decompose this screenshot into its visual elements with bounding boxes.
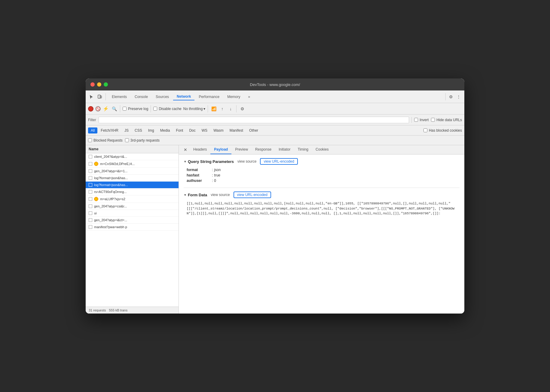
tab-payload[interactable]: Payload <box>210 145 231 154</box>
wifi-icon[interactable]: 📶 <box>210 106 217 112</box>
request-item-selected[interactable]: log?format=json&has... <box>86 182 179 188</box>
maximize-button[interactable] <box>104 82 108 87</box>
record-button[interactable] <box>88 106 93 112</box>
blocked-requests-checkbox[interactable] <box>88 138 92 142</box>
clear-button[interactable]: 🚫 <box>95 106 101 112</box>
preserve-log-checkbox[interactable] <box>123 107 127 111</box>
hide-data-urls-label[interactable]: Hide data URLs <box>431 118 462 122</box>
req-checkbox[interactable] <box>89 204 92 208</box>
type-btn-all[interactable]: All <box>88 127 97 133</box>
tab-initiator[interactable]: Initiator <box>275 145 294 154</box>
tab-timing[interactable]: Timing <box>294 145 312 154</box>
upload-icon[interactable]: ↑ <box>219 106 225 112</box>
tab-elements[interactable]: Elements <box>108 93 130 100</box>
tab-network[interactable]: Network <box>173 93 194 100</box>
query-view-url-encoded-btn[interactable]: view URL-encoded <box>260 158 298 165</box>
name-column-header: Name <box>86 145 179 153</box>
invert-label[interactable]: Invert <box>414 118 429 122</box>
type-btn-js[interactable]: JS <box>122 127 131 133</box>
tab-more[interactable]: » <box>244 93 254 100</box>
request-item[interactable]: ui <box>86 210 179 217</box>
request-item[interactable]: m=CnSW2d,DPreE,H... <box>86 160 179 168</box>
filter-label: Filter <box>88 118 96 122</box>
tab-preview[interactable]: Preview <box>231 145 252 154</box>
req-icon <box>94 197 98 201</box>
more-icon[interactable]: ⋮ <box>455 93 462 100</box>
param-val: true <box>214 173 220 177</box>
filter-icon[interactable]: ⚡ <box>102 106 109 112</box>
filter-input[interactable] <box>99 117 409 123</box>
type-btn-img[interactable]: Img <box>145 127 157 133</box>
req-checkbox[interactable] <box>89 190 92 194</box>
req-checkbox[interactable] <box>89 155 92 158</box>
type-btn-media[interactable]: Media <box>157 127 173 133</box>
req-checkbox[interactable] <box>89 218 92 222</box>
request-item[interactable]: rs=ACT90oFqOrnng... <box>86 188 179 195</box>
tab-memory[interactable]: Memory <box>224 93 244 100</box>
type-btn-fetch[interactable]: Fetch/XHR <box>98 127 121 133</box>
section-divider <box>184 188 460 188</box>
req-name: gen_204?atyp=i&ct=... <box>94 218 176 222</box>
req-checkbox[interactable] <box>89 183 92 187</box>
hide-data-urls-checkbox[interactable] <box>431 118 435 122</box>
form-view-source-btn[interactable]: view source <box>211 193 230 197</box>
tab-performance[interactable]: Performance <box>195 93 223 100</box>
req-checkbox[interactable] <box>89 211 92 215</box>
type-btn-manifest[interactable]: Manifest <box>227 127 246 133</box>
tab-console[interactable]: Console <box>131 93 151 100</box>
tab-headers[interactable]: Headers <box>190 145 210 154</box>
disable-cache-label[interactable]: Disable cache <box>153 107 181 111</box>
invert-checkbox[interactable] <box>414 118 418 122</box>
req-checkbox[interactable] <box>89 176 92 180</box>
minimize-button[interactable] <box>97 82 101 87</box>
request-list: client_204?&atyp=i&... m=CnSW2d,DPreE,H.… <box>86 153 179 307</box>
req-checkbox[interactable] <box>89 169 92 173</box>
third-party-checkbox[interactable] <box>125 138 129 142</box>
settings2-icon[interactable]: ⚙ <box>239 106 246 112</box>
has-blocked-cookies-checkbox[interactable] <box>423 128 427 132</box>
request-item[interactable]: m=aLUfP?xjs=s2 <box>86 195 179 203</box>
request-item[interactable]: gen_204?atyp=i&ct=... <box>86 217 179 224</box>
type-btn-doc[interactable]: Doc <box>186 127 198 133</box>
sep4 <box>151 105 151 112</box>
tab-sources[interactable]: Sources <box>152 93 173 100</box>
type-btn-wasm[interactable]: Wasm <box>211 127 226 133</box>
form-data-content: [[1,null,null,null,null,null,null,null,n… <box>187 201 460 216</box>
request-item[interactable]: manifest?pwa=webh p <box>86 224 179 231</box>
blocked-bar: Blocked Requests 3rd-party requests <box>86 136 464 145</box>
tab-cookies[interactable]: Cookies <box>312 145 332 154</box>
third-party-label[interactable]: 3rd-party requests <box>125 138 160 142</box>
throttle-selector[interactable]: No throttling ▾ <box>183 107 206 111</box>
device-icon[interactable] <box>96 93 103 100</box>
request-item[interactable]: client_204?&atyp=i&... <box>86 153 179 160</box>
request-item[interactable]: gen_204?atyp=i&r=1... <box>86 168 179 175</box>
req-name: client_204?&atyp=i&... <box>94 155 176 158</box>
search-icon[interactable]: 🔍 <box>111 106 118 112</box>
blocked-requests-label[interactable]: Blocked Requests <box>88 138 123 142</box>
type-btn-other[interactable]: Other <box>246 127 261 133</box>
requests-count: 31 requests <box>89 308 106 312</box>
panel-close-button[interactable]: ✕ <box>181 145 190 154</box>
cursor-icon[interactable] <box>88 93 95 100</box>
network-toolbar: 🚫 ⚡ 🔍 Preserve log Disable cache No thro… <box>86 103 464 115</box>
request-item[interactable]: log?format=json&has... <box>86 175 179 182</box>
type-btn-css[interactable]: CSS <box>132 127 145 133</box>
settings-icon[interactable]: ⚙ <box>448 93 454 100</box>
req-checkbox[interactable] <box>89 197 92 201</box>
form-view-url-encoded-btn[interactable]: view URL-encoded <box>234 191 271 198</box>
right-panel: ✕ Headers Payload Preview Response Initi… <box>179 145 464 314</box>
tab-response[interactable]: Response <box>252 145 275 154</box>
type-btn-font[interactable]: Font <box>173 127 186 133</box>
param-key: authuser <box>187 179 211 183</box>
req-name: m=aLUfP?xjs=s2 <box>100 197 176 201</box>
req-checkbox[interactable] <box>89 162 92 166</box>
req-checkbox[interactable] <box>89 225 92 229</box>
close-button[interactable] <box>90 82 95 87</box>
preserve-log-label[interactable]: Preserve log <box>123 107 148 111</box>
disable-cache-checkbox[interactable] <box>153 107 157 111</box>
type-btn-ws[interactable]: WS <box>199 127 210 133</box>
request-item[interactable]: gen_204?atyp=csi&r... <box>86 203 179 210</box>
download-icon[interactable]: ↓ <box>227 106 234 112</box>
query-view-source-btn[interactable]: view source <box>237 159 256 164</box>
has-blocked-cookies-label[interactable]: Has blocked cookies <box>423 128 462 133</box>
